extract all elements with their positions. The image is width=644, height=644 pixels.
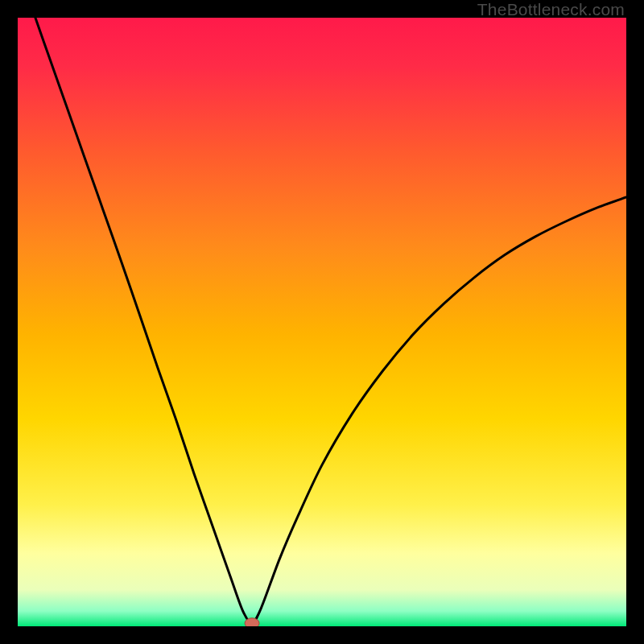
optimal-point-marker bbox=[245, 618, 259, 626]
watermark-text: TheBottleneck.com bbox=[477, 0, 625, 19]
gradient-background bbox=[18, 18, 626, 626]
bottleneck-chart bbox=[18, 18, 626, 626]
chart-frame bbox=[18, 18, 626, 626]
